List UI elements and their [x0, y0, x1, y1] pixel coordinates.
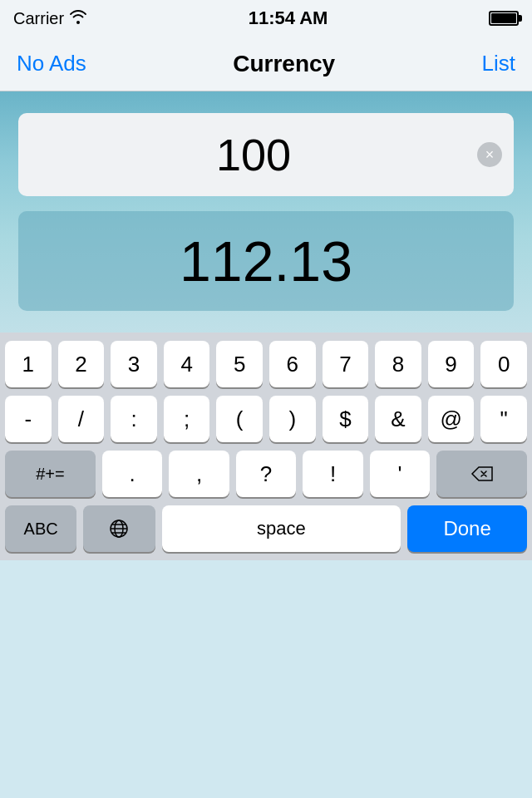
keyboard-row-symbols: - / : ; ( ) $ & @ "	[5, 396, 527, 442]
battery-indicator	[489, 11, 519, 26]
keyboard: 1 2 3 4 5 6 7 8 9 0 - / : ; ( ) $ & @ " …	[0, 332, 532, 560]
result-value: 112.13	[180, 229, 352, 293]
key-apostrophe[interactable]: '	[370, 451, 431, 497]
carrier-info: Carrier	[13, 9, 87, 28]
clear-button[interactable]: ×	[477, 142, 502, 167]
key-dollar[interactable]: $	[323, 396, 369, 442]
wifi-icon	[69, 9, 87, 28]
result-container: 112.13	[18, 211, 514, 311]
keyboard-row-special: #+= . , ? ! '	[5, 451, 527, 497]
key-slash[interactable]: /	[58, 396, 105, 442]
key-comma[interactable]: ,	[169, 451, 229, 497]
key-quote[interactable]: "	[480, 396, 527, 442]
key-semicolon[interactable]: ;	[164, 396, 210, 442]
key-question[interactable]: ?	[236, 451, 297, 497]
battery-icon	[489, 11, 519, 26]
carrier-text: Carrier	[13, 9, 64, 28]
main-content: 100 × 112.13	[0, 91, 532, 332]
key-colon[interactable]: :	[111, 396, 157, 442]
keyboard-row-bottom: ABC space Done	[5, 505, 527, 555]
status-bar: Carrier 11:54 AM	[0, 0, 532, 37]
key-numpad-toggle[interactable]: #+=	[5, 451, 96, 497]
status-time: 11:54 AM	[249, 7, 328, 29]
key-8[interactable]: 8	[375, 341, 421, 387]
key-1[interactable]: 1	[5, 341, 52, 387]
key-4[interactable]: 4	[164, 341, 210, 387]
key-7[interactable]: 7	[323, 341, 369, 387]
key-3[interactable]: 3	[111, 341, 157, 387]
key-0[interactable]: 0	[480, 341, 527, 387]
keyboard-row-numbers: 1 2 3 4 5 6 7 8 9 0	[5, 341, 527, 387]
input-value: 100	[35, 129, 472, 180]
input-container[interactable]: 100 ×	[18, 113, 514, 196]
key-ampersand[interactable]: &	[375, 396, 421, 442]
list-button[interactable]: List	[482, 51, 515, 76]
key-exclamation[interactable]: !	[303, 451, 363, 497]
key-close-paren[interactable]: )	[269, 396, 316, 442]
no-ads-button[interactable]: No Ads	[17, 51, 86, 76]
key-5[interactable]: 5	[216, 341, 263, 387]
nav-bar: No Ads Currency List	[0, 37, 532, 91]
key-open-paren[interactable]: (	[216, 396, 263, 442]
key-2[interactable]: 2	[58, 341, 105, 387]
key-6[interactable]: 6	[269, 341, 316, 387]
key-9[interactable]: 9	[428, 341, 475, 387]
key-space[interactable]: space	[162, 505, 401, 552]
key-at[interactable]: @	[428, 396, 475, 442]
page-title: Currency	[233, 51, 335, 77]
key-abc[interactable]: ABC	[5, 505, 76, 552]
key-globe[interactable]	[83, 505, 155, 552]
key-period[interactable]: .	[102, 451, 163, 497]
key-done[interactable]: Done	[407, 505, 527, 552]
key-dash[interactable]: -	[5, 396, 52, 442]
clear-icon: ×	[485, 146, 495, 164]
backspace-key[interactable]	[436, 451, 527, 497]
